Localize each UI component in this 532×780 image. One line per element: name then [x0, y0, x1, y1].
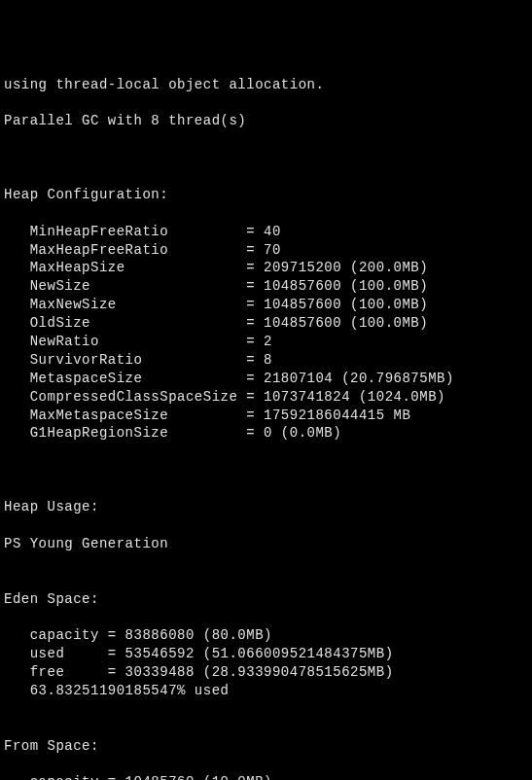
usage-row: used = 53546592 (51.066009521484375MB) [4, 645, 528, 663]
heap-config-row: NewRatio = 2 [4, 333, 528, 351]
blank [4, 461, 528, 479]
usage-pct: 63.83251190185547% used [4, 682, 528, 700]
heap-config-row: MaxMetaspaceSize = 17592186044415 MB [4, 407, 528, 425]
from-title: From Space: [4, 737, 528, 756]
heap-config-row: MaxHeapFreeRatio = 70 [4, 241, 528, 260]
heap-config-row: G1HeapRegionSize = 0 (0.0MB) [4, 424, 528, 443]
heap-config-row: OldSize = 104857600 (100.0MB) [4, 314, 528, 333]
heap-config-row: SurvivorRatio = 8 [4, 351, 528, 370]
usage-row: capacity = 83886080 (80.0MB) [4, 626, 528, 645]
blank [4, 149, 528, 167]
heap-usage-title: Heap Usage: [4, 498, 528, 516]
header-line-2: Parallel GC with 8 thread(s) [4, 112, 528, 130]
heap-config-row: NewSize = 104857600 (100.0MB) [4, 277, 528, 296]
heap-config-row: CompressedClassSpaceSize = 1073741824 (1… [4, 388, 528, 407]
heap-config-row: MaxNewSize = 104857600 (100.0MB) [4, 296, 528, 314]
young-gen-title: PS Young Generation [4, 535, 528, 553]
header-line-1: using thread-local object allocation. [4, 76, 528, 94]
usage-row: capacity = 10485760 (10.0MB) [4, 773, 528, 780]
heap-config-row: MaxHeapSize = 209715200 (200.0MB) [4, 259, 528, 277]
heap-config-row: MinHeapFreeRatio = 40 [4, 223, 528, 241]
usage-row: free = 30339488 (28.933990478515625MB) [4, 663, 528, 682]
heap-config-title: Heap Configuration: [4, 186, 528, 204]
eden-title: Eden Space: [4, 590, 528, 609]
heap-config-row: MetaspaceSize = 21807104 (20.796875MB) [4, 370, 528, 388]
